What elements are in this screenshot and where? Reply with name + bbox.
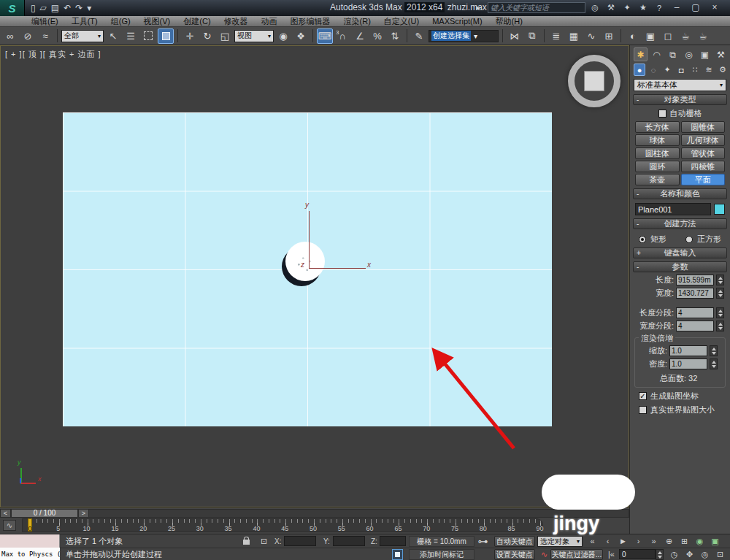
- rollout-name-color[interactable]: -名称和颜色: [633, 188, 727, 199]
- render-iterative-icon[interactable]: ☕: [695, 28, 711, 44]
- y-coord-field[interactable]: [333, 536, 365, 546]
- redo-icon[interactable]: ↷: [75, 3, 82, 13]
- go-to-end-icon[interactable]: »: [647, 535, 661, 547]
- maxscript-mini-listener-white[interactable]: Max to Physcs (: [0, 548, 60, 560]
- absolute-mode-icon[interactable]: ⊡: [257, 535, 271, 547]
- next-frame-icon[interactable]: ›: [631, 535, 645, 547]
- subtab-geometry[interactable]: ●: [634, 64, 645, 76]
- tab-motion[interactable]: ◎: [682, 47, 696, 61]
- geometry-category-dropdown[interactable]: 标准基本体▾: [634, 79, 726, 91]
- time-slider-track[interactable]: [89, 509, 629, 518]
- viewcube[interactable]: [568, 55, 620, 107]
- close-button[interactable]: ×: [705, 0, 724, 15]
- tab-display[interactable]: ▣: [698, 47, 712, 61]
- communication-center-icon[interactable]: ✦: [620, 3, 634, 12]
- keyboard-shortcut-override-icon[interactable]: ⌨: [317, 28, 333, 44]
- key-filter-scope-dropdown[interactable]: 选定对象▾: [537, 536, 583, 547]
- named-selection-sets-dropdown[interactable]: 创建选择集▾: [429, 30, 499, 42]
- generate-mapping-coords-checkbox[interactable]: ✓: [639, 392, 647, 400]
- subtab-lights[interactable]: ✦: [661, 64, 673, 76]
- rollout-keyboard-entry[interactable]: +键盘输入: [633, 248, 727, 258]
- previous-frame-icon[interactable]: ‹: [601, 535, 615, 547]
- width-spinner[interactable]: [716, 288, 724, 299]
- zoom-all-icon[interactable]: ⊞: [677, 535, 691, 547]
- menu-animation[interactable]: 动画: [255, 16, 284, 27]
- button-teapot[interactable]: 茶壶: [635, 174, 680, 185]
- trackbar-ruler[interactable]: ∿ 051015202530354045505560657075808590: [0, 518, 629, 534]
- rollout-creation-method[interactable]: -创建方法: [633, 218, 727, 229]
- menu-graph-editors[interactable]: 图形编辑器: [284, 16, 337, 27]
- tab-create[interactable]: ✱: [634, 47, 648, 61]
- angle-snap-icon[interactable]: ∠: [352, 28, 368, 44]
- button-sphere[interactable]: 球体: [635, 134, 680, 146]
- select-and-scale-icon[interactable]: ◱: [217, 28, 233, 44]
- button-torus[interactable]: 圆环: [635, 161, 680, 172]
- render-production-icon[interactable]: ☕: [677, 28, 694, 44]
- minimize-button[interactable]: –: [667, 0, 686, 15]
- width-segs-field[interactable]: 4: [676, 321, 714, 331]
- density-field[interactable]: 1.0: [669, 358, 707, 369]
- go-to-start-icon[interactable]: «: [585, 535, 599, 547]
- add-time-tag[interactable]: 添加时间标记: [409, 549, 474, 560]
- density-spinner[interactable]: [710, 358, 718, 369]
- z-coord-field[interactable]: [380, 536, 406, 546]
- search-flyout-icon[interactable]: ▸: [472, 3, 485, 12]
- frame-spinner[interactable]: [656, 549, 664, 560]
- select-and-link-icon[interactable]: ∞: [2, 28, 18, 44]
- settings-wrench-icon[interactable]: ⚒: [604, 3, 618, 12]
- time-slider-next-button[interactable]: >: [78, 509, 89, 518]
- play-animation-icon[interactable]: ►: [616, 535, 630, 547]
- key-filters-button[interactable]: 关键点过滤器...: [550, 549, 603, 560]
- gizmo-y-axis[interactable]: [309, 211, 310, 269]
- open-mini-curve-editor-icon[interactable]: ∿: [3, 520, 16, 531]
- snap-toggle-icon[interactable]: 3∩: [334, 28, 350, 44]
- zoom-extents-icon[interactable]: ◉: [693, 535, 707, 547]
- auto-key-button[interactable]: 自动关键点: [494, 536, 535, 547]
- menu-maxscript[interactable]: MAXScript(M): [426, 17, 488, 26]
- subtab-space-warps[interactable]: ≋: [703, 64, 715, 76]
- button-cylinder[interactable]: 圆柱体: [635, 147, 680, 159]
- cylinder-object[interactable]: [285, 242, 325, 281]
- spinner-snap-icon[interactable]: ⇅: [387, 28, 403, 44]
- mirror-icon[interactable]: ⋈: [507, 28, 523, 44]
- button-cone[interactable]: 圆锥体: [681, 121, 726, 133]
- new-file-icon[interactable]: ▯: [31, 3, 36, 13]
- undo-icon[interactable]: ↶: [64, 3, 71, 13]
- length-spinner[interactable]: [716, 275, 724, 285]
- selection-lock-icon[interactable]: [243, 540, 250, 545]
- help-icon[interactable]: ?: [653, 4, 666, 12]
- rendered-frame-window-icon[interactable]: ◻: [660, 28, 676, 44]
- subtab-cameras[interactable]: ◘: [675, 64, 687, 76]
- save-file-icon[interactable]: ▤: [51, 3, 59, 13]
- bind-to-space-warp-icon[interactable]: ≈: [37, 28, 53, 44]
- key-mode-toggle-icon[interactable]: |«: [604, 548, 618, 560]
- current-frame-field[interactable]: 0: [619, 549, 656, 559]
- menu-views[interactable]: 视图(V): [137, 16, 177, 27]
- menu-tools[interactable]: 工具(T): [65, 16, 104, 27]
- align-icon[interactable]: ⧉: [524, 28, 540, 44]
- layer-manager-icon[interactable]: ≣: [548, 28, 564, 44]
- button-plane[interactable]: 平面: [681, 174, 726, 185]
- width-segs-spinner[interactable]: [716, 321, 724, 331]
- quick-access-caret-icon[interactable]: ▾: [87, 3, 91, 13]
- maximize-button[interactable]: ▢: [686, 0, 705, 15]
- rollout-parameters[interactable]: -参数: [633, 261, 727, 272]
- menu-help[interactable]: 帮助(H): [489, 16, 529, 27]
- scale-spinner[interactable]: [710, 345, 718, 356]
- rollout-object-type[interactable]: -对象类型: [633, 94, 727, 105]
- menu-rendering[interactable]: 渲染(R): [337, 16, 377, 27]
- radio-rectangle[interactable]: [639, 236, 646, 243]
- time-slider-prev-button[interactable]: <: [0, 509, 11, 518]
- select-and-manipulate-icon[interactable]: ❖: [293, 28, 309, 44]
- use-pivot-center-icon[interactable]: ◉: [275, 28, 291, 44]
- schematic-view-icon[interactable]: ⊞: [601, 28, 617, 44]
- selection-filter-dropdown[interactable]: 全部▾: [61, 30, 104, 42]
- material-editor-icon[interactable]: ◐: [625, 28, 641, 44]
- button-pyramid[interactable]: 四棱锥: [681, 161, 726, 172]
- radio-square[interactable]: [685, 236, 693, 243]
- set-key-button[interactable]: 设置关键点: [494, 549, 535, 560]
- menu-group[interactable]: 组(G): [104, 16, 137, 27]
- autogrid-checkbox[interactable]: [658, 110, 666, 118]
- favorites-star-icon[interactable]: ★: [637, 3, 650, 12]
- real-world-map-size-checkbox[interactable]: [639, 406, 647, 414]
